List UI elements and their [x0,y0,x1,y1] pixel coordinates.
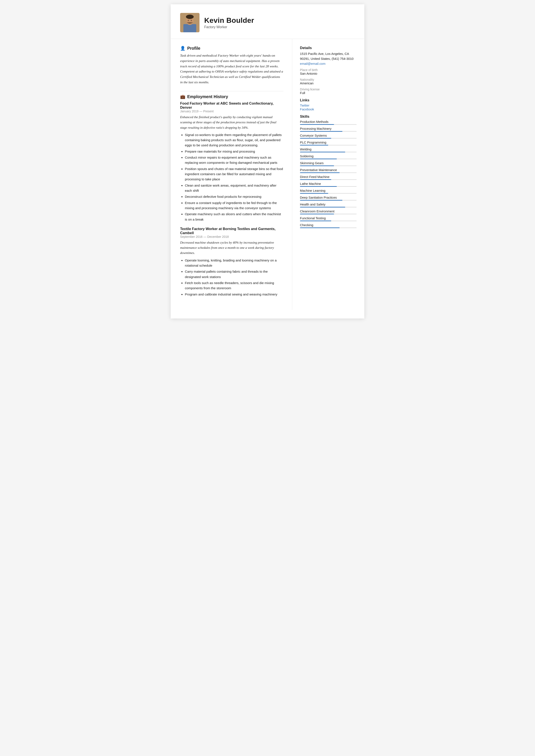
driving-license-label: Driving license [300,88,356,91]
skill-item: Processing Machinery [300,127,356,132]
bullet-item: Operate machinery such as slicers and cu… [185,211,283,222]
skill-bar-fill [300,200,342,201]
skills-section: Skills Production Methods Processing Mac… [300,115,356,228]
skill-name: Welding [300,148,356,151]
skill-bar-fill [300,221,331,221]
bullet-item: Fetch tools such as needle threaders, sc… [185,280,283,291]
skill-bar-fill [300,186,337,187]
skill-bar-bg [300,124,356,125]
svg-point-4 [188,20,189,21]
job-dates: January 2019 — Present [180,110,283,113]
candidate-name: Kevin Boulder [204,16,254,24]
skill-name: Functional Testing [300,216,356,220]
skill-bar-bg [300,145,356,146]
driving-license-value: Full [300,91,356,95]
skill-item: Health and Safety [300,203,356,208]
profile-icon: 👤 [180,46,185,51]
skill-item: Cleanroom Environment [300,210,356,214]
skill-name: Conveyor Systems [300,134,356,137]
resume-container: Kevin Boulder Factory Worker 👤 Profile T… [171,4,364,319]
facebook-link[interactable]: Facebook [300,108,356,111]
skill-bar-bg [300,214,356,214]
skill-bar-fill [300,207,345,208]
job-dates: September 2016 — December 2018 [180,235,283,238]
skill-item: Lathe Machine [300,182,356,187]
bullet-item: Signal co-workers to guide them regardin… [185,132,283,148]
bullet-item: Deconstruct defective food products for … [185,194,283,199]
header: Kevin Boulder Factory Worker [171,13,364,39]
bullet-item: Conduct minor repairs to equipment and m… [185,155,283,165]
skill-name: Direct Feed Machine [300,175,356,179]
profile-section: 👤 Profile Task driven and methodical Fac… [180,46,283,85]
place-of-birth-label: Place of birth [300,68,356,72]
svg-rect-1 [183,24,196,32]
skill-bar-fill [300,165,334,166]
skill-item: Functional Testing [300,216,356,221]
skills-section-title: Skills [300,115,356,119]
skill-name: Soldering [300,154,356,158]
left-column: 👤 Profile Task driven and methodical Fac… [171,39,292,310]
skill-bar-fill [300,158,337,159]
skill-bar-fill [300,172,340,173]
skill-bar-bg [300,165,356,166]
skill-item: Deep Sanitation Practices [300,196,356,201]
skill-bar-bg [300,131,356,132]
skill-item: Preventative Maintenance [300,168,356,173]
skill-bar-fill [300,214,334,214]
skill-item: Direct Feed Machine [300,175,356,180]
address-text: 1515 Pacific Ave, Los Angeles, CA 90291,… [300,51,356,61]
skill-item: Welding [300,148,356,153]
skill-name: PLC Programming [300,141,356,144]
skill-bar-fill [300,152,345,153]
skill-item: Production Methods [300,120,356,125]
profile-section-title: 👤 Profile [180,46,283,51]
skill-bar-bg [300,179,356,180]
right-column: Details 1515 Pacific Ave, Los Angeles, C… [292,39,364,310]
details-section: Details 1515 Pacific Ave, Los Angeles, C… [300,46,356,95]
skill-bar-bg [300,193,356,194]
skill-name: Production Methods [300,120,356,124]
skill-name: Lathe Machine [300,182,356,185]
twitter-link[interactable]: Twitter [300,104,356,107]
links-section: Links Twitter Facebook [300,98,356,111]
job-title: Textile Factory Worker at Borning Textil… [180,227,283,235]
job-item: Textile Factory Worker at Borning Textil… [180,227,283,297]
nationality-value: American [300,82,356,85]
skill-bar-bg [300,228,356,228]
skill-item: Machine Learning [300,189,356,194]
skill-bar-bg [300,172,356,173]
skill-bar-fill [300,124,334,125]
profile-text: Task driven and methodical Factory Worke… [180,53,283,85]
employment-icon: 💼 [180,94,185,99]
skill-name: Skimming Gears [300,161,356,165]
skill-bar-fill [300,228,340,228]
skill-bar-fill [300,193,328,194]
skill-bar-bg [300,186,356,187]
skill-bar-fill [300,179,331,180]
employment-section: 💼 Employment History Food Factory Worker… [180,94,283,297]
skill-bar-bg [300,152,356,153]
bullet-item: Prepare raw materials for mixing and pro… [185,149,283,154]
job-description: Enhanced the finished product's quality … [180,115,283,130]
job-bullets-list: Operate looming, knitting, braiding and … [180,258,283,297]
candidate-title: Factory Worker [204,25,254,29]
job-item: Food Factory Worker at ABC Sweets and Co… [180,101,283,222]
header-info: Kevin Boulder Factory Worker [204,16,254,29]
bullet-item: Carry material pallets containing fabric… [185,269,283,280]
job-bullets-list: Signal co-workers to guide them regardin… [180,132,283,222]
skill-name: Health and Safety [300,203,356,206]
skill-item: Checking [300,223,356,228]
email-link[interactable]: email@email.com [300,62,325,66]
skill-bar-fill [300,131,342,132]
skill-bar-bg [300,138,356,139]
skill-name: Cleanroom Environment [300,210,356,213]
job-title: Food Factory Worker at ABC Sweets and Co… [180,101,283,110]
bullet-item: Operate looming, knitting, braiding and … [185,258,283,268]
skill-item: Soldering [300,154,356,159]
skill-item: Skimming Gears [300,161,356,166]
skill-name: Preventative Maintenance [300,168,356,172]
skill-item: PLC Programming [300,141,356,146]
avatar [180,13,200,32]
svg-point-3 [186,14,194,19]
profile-divider [180,91,283,91]
